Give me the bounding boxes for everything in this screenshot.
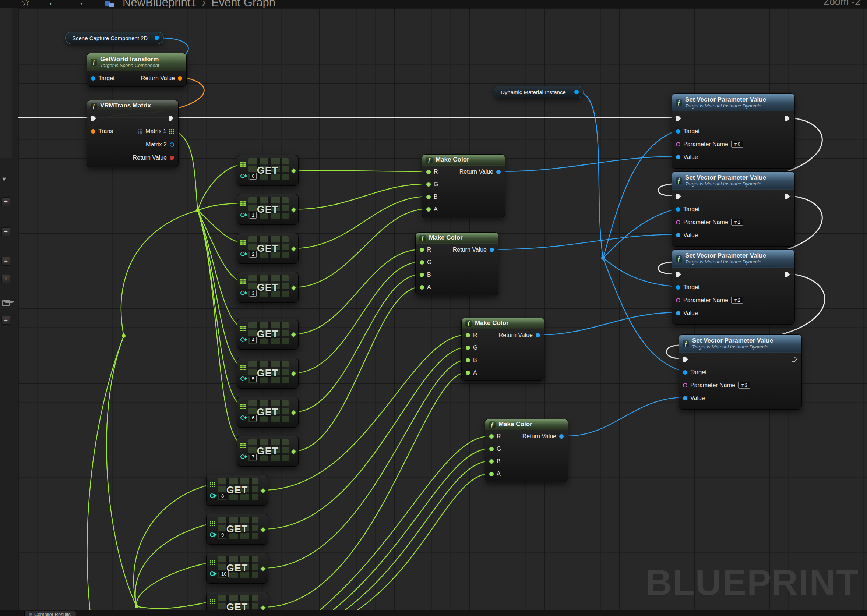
b-input-pin[interactable] (466, 358, 470, 363)
exec-output-pin[interactable] (791, 357, 798, 362)
node-array-get[interactable]: GET 3 (237, 272, 299, 303)
node-set-vector-parameter[interactable]: ƒ Set Vector Parameter Value Target is M… (678, 335, 802, 410)
parameter-name-pin[interactable] (676, 298, 680, 302)
matrix2-output-pin[interactable] (170, 142, 174, 147)
exec-input-pin[interactable] (683, 357, 689, 362)
index-input-pin[interactable] (241, 174, 245, 178)
parameter-name-pin[interactable] (676, 220, 680, 225)
r-input-pin[interactable] (420, 248, 424, 252)
exec-output-pin[interactable] (168, 116, 174, 121)
object-output-pin[interactable] (155, 36, 159, 40)
variable-node-scene-capture[interactable]: Scene Capture Component 2D (65, 31, 164, 44)
node-array-get[interactable]: GET 5 (237, 358, 299, 388)
node-array-get[interactable]: GET 1 (237, 194, 299, 225)
index-value[interactable]: 1 (250, 212, 256, 218)
index-input-pin[interactable] (241, 454, 245, 459)
node-vrmtrans-matrix[interactable]: ƒ VRMTrans Matrix Trans Matrix 1 Matrix … (87, 100, 179, 167)
index-value[interactable]: 2 (250, 251, 256, 258)
node-make-color[interactable]: ƒ Make Color R Return Value G B A (415, 232, 499, 295)
g-input-pin[interactable] (489, 447, 494, 451)
b-input-pin[interactable] (489, 459, 494, 464)
exec-input-pin[interactable] (676, 193, 682, 199)
transform-output-pin[interactable] (178, 76, 182, 80)
add-button[interactable]: + (2, 275, 10, 283)
node-array-get[interactable]: GET 4 (237, 319, 299, 350)
parameter-name-value[interactable]: m2 (731, 297, 743, 303)
node-array-get[interactable]: GET 6 (237, 397, 299, 427)
node-set-vector-parameter[interactable]: ƒ Set Vector Parameter Value Target is M… (672, 93, 795, 168)
b-input-pin[interactable] (420, 273, 424, 277)
a-input-pin[interactable] (489, 472, 494, 476)
index-input-pin[interactable] (210, 572, 214, 576)
exec-input-pin[interactable] (91, 116, 97, 121)
parameter-name-value[interactable]: m1 (731, 218, 743, 226)
r-input-pin[interactable] (426, 170, 431, 174)
message-icon[interactable] (2, 300, 10, 306)
node-make-color[interactable]: ƒ Make Color R Return Value G B A (461, 317, 544, 381)
index-input-pin[interactable] (241, 338, 245, 342)
index-value[interactable]: 4 (250, 337, 256, 343)
index-value[interactable]: 5 (250, 376, 256, 382)
a-input-pin[interactable] (466, 371, 470, 375)
parameter-name-pin[interactable] (676, 142, 680, 146)
parameter-name-pin[interactable] (683, 383, 688, 388)
parameter-name-value[interactable]: m0 (731, 141, 743, 148)
index-value[interactable]: 10 (219, 571, 229, 577)
index-value[interactable]: 6 (250, 415, 256, 421)
add-button[interactable]: + (2, 257, 10, 266)
value-input-pin[interactable] (683, 396, 688, 401)
variable-node-dynamic-material[interactable]: Dynamic Material Instance (494, 86, 584, 98)
compiler-results-tab[interactable]: Compiler Results (24, 611, 76, 616)
b-input-pin[interactable] (426, 195, 431, 199)
target-input-pin[interactable] (683, 370, 688, 375)
r-input-pin[interactable] (489, 434, 494, 438)
forward-icon[interactable]: → (75, 0, 84, 8)
index-input-pin[interactable] (210, 533, 214, 537)
index-value[interactable]: 9 (219, 532, 226, 538)
node-array-get[interactable]: GET 9 (206, 514, 268, 545)
target-input-pin[interactable] (676, 285, 680, 289)
trans-input-pin[interactable] (91, 129, 95, 134)
index-input-pin[interactable] (241, 415, 245, 420)
parameter-name-value[interactable]: m3 (738, 382, 750, 388)
index-input-pin[interactable] (241, 376, 245, 381)
r-input-pin[interactable] (466, 333, 470, 338)
value-input-pin[interactable] (676, 311, 680, 315)
object-output-pin[interactable] (574, 90, 579, 94)
exec-input-pin[interactable] (676, 116, 682, 121)
target-input-pin[interactable] (91, 76, 95, 80)
color-output-pin[interactable] (559, 434, 563, 438)
a-input-pin[interactable] (420, 285, 424, 289)
add-button[interactable]: + (2, 316, 10, 325)
index-value[interactable]: 0 (250, 173, 256, 179)
color-output-pin[interactable] (489, 248, 494, 252)
index-value[interactable]: 7 (250, 454, 256, 460)
breadcrumb-subtitle[interactable]: Event Graph (211, 0, 275, 8)
node-set-vector-parameter[interactable]: ƒ Set Vector Parameter Value Target is M… (672, 250, 795, 325)
breadcrumb-title[interactable]: NewBlueprint1 (123, 0, 197, 8)
return-output-pin[interactable] (170, 156, 174, 160)
g-input-pin[interactable] (466, 346, 470, 350)
node-array-get[interactable]: GET 10 (206, 553, 268, 584)
add-button[interactable]: + (2, 228, 10, 236)
target-input-pin[interactable] (676, 207, 680, 212)
node-array-get[interactable]: GET 8 (206, 475, 268, 506)
index-input-pin[interactable] (210, 493, 214, 498)
node-get-world-transform[interactable]: ƒ GetWorldTransform Target is Scene Comp… (87, 53, 187, 87)
add-button[interactable]: + (2, 197, 10, 206)
back-icon[interactable]: ← (48, 0, 57, 8)
index-value[interactable]: 3 (250, 290, 256, 297)
exec-output-pin[interactable] (785, 116, 790, 121)
index-input-pin[interactable] (241, 213, 245, 217)
chevron-down-icon[interactable]: ▾ (2, 174, 6, 183)
matrix-output-pin[interactable] (169, 129, 174, 134)
a-input-pin[interactable] (426, 207, 431, 212)
exec-output-pin[interactable] (785, 272, 790, 277)
value-input-pin[interactable] (676, 155, 680, 159)
node-make-color[interactable]: ƒ Make Color R Return Value G B A (485, 419, 568, 482)
node-make-color[interactable]: ƒ Make Color R Return Value G B A (422, 154, 505, 217)
node-array-get[interactable]: GET 0 (237, 155, 299, 186)
node-array-get[interactable]: GET 7 (237, 436, 299, 467)
g-input-pin[interactable] (420, 260, 424, 265)
node-array-get[interactable]: GET 2 (237, 233, 299, 264)
